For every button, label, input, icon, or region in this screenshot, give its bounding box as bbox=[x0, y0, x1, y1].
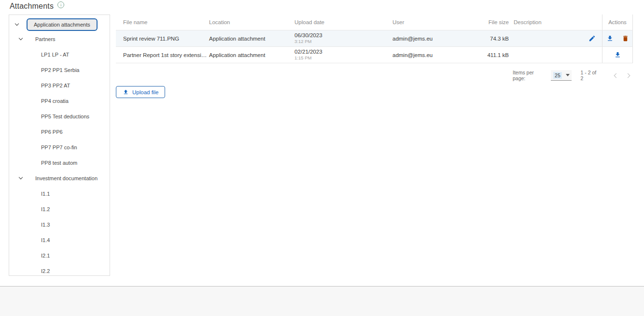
cell-file-size: 74.3 kB bbox=[483, 36, 512, 42]
upload-file-button[interactable]: Upload file bbox=[116, 86, 165, 98]
upload-file-label: Upload file bbox=[132, 89, 158, 95]
cell-file-size: 411.1 kB bbox=[483, 52, 512, 58]
tree-node-label: PP3 PP2 AT bbox=[41, 83, 70, 88]
tree-node-pp5[interactable]: PP5 Test deductions bbox=[9, 109, 110, 124]
header-location: Location bbox=[209, 19, 294, 25]
trash-icon[interactable] bbox=[621, 34, 630, 43]
cell-upload-date: 02/21/2023 1:15 PM bbox=[294, 49, 392, 60]
header-user: User bbox=[392, 19, 483, 25]
tree-node-label: LP1 LP - AT bbox=[41, 52, 69, 57]
tree-node-application-attachments-button[interactable]: Application attachments bbox=[27, 18, 98, 31]
download-icon[interactable] bbox=[605, 34, 614, 43]
tree-node-label: Investment documentation bbox=[35, 175, 98, 181]
tree-node-label: I1.2 bbox=[41, 206, 50, 212]
cell-file-name: Partner Report 1st story extension – Sp.… bbox=[116, 52, 209, 58]
chevron-down-icon[interactable] bbox=[19, 175, 23, 179]
upload-date: 06/30/2023 bbox=[294, 32, 392, 39]
cell-actions bbox=[602, 30, 633, 46]
tree-node-label: I1.1 bbox=[41, 191, 50, 197]
tree-node-label: I1.3 bbox=[41, 222, 50, 228]
header-actions: Actions bbox=[602, 14, 633, 30]
upload-time: 3:12 PM bbox=[294, 39, 392, 44]
caret-down-icon bbox=[566, 74, 570, 76]
tree-node-pp2[interactable]: PP2 PP1 Serbia bbox=[9, 62, 110, 78]
cell-description bbox=[512, 34, 602, 43]
cell-user: admin@jems.eu bbox=[392, 36, 483, 42]
tree-node-label: PP2 PP1 Serbia bbox=[41, 67, 80, 73]
tree-node-i2-2[interactable]: I2.2 bbox=[9, 263, 110, 279]
cell-location: Application attachment bbox=[209, 36, 294, 42]
upload-time: 1:15 PM bbox=[294, 56, 392, 60]
page-size-select[interactable]: 25 bbox=[551, 70, 572, 81]
header-file-size: File size bbox=[483, 19, 512, 25]
download-icon[interactable] bbox=[613, 51, 622, 59]
tree-node-label: I1.4 bbox=[41, 237, 50, 243]
tree-node-investment-documentation[interactable]: Investment documentation bbox=[9, 171, 110, 186]
page-range-label: 1 - 2 of 2 bbox=[580, 70, 600, 81]
chevron-down-icon[interactable] bbox=[19, 36, 23, 40]
tree-node-label: I2.1 bbox=[41, 253, 50, 259]
attachments-table: File name Location Upload date User File… bbox=[116, 14, 633, 63]
tree-node-label: Partners bbox=[35, 36, 56, 42]
table-row: Partner Report 1st story extension – Sp.… bbox=[116, 47, 633, 63]
page-size-value: 25 bbox=[553, 72, 562, 79]
table-row: Sprint review 711.PNG Application attach… bbox=[116, 30, 633, 47]
tree-node-i1-1[interactable]: I1.1 bbox=[9, 186, 110, 201]
upload-icon bbox=[123, 89, 129, 95]
footer-area bbox=[0, 287, 644, 316]
tree-node-label: PP5 Test deductions bbox=[41, 114, 89, 119]
tree-node-pp3[interactable]: PP3 PP2 AT bbox=[9, 78, 110, 93]
tree-node-lp1[interactable]: LP1 LP - AT bbox=[9, 47, 110, 62]
tree-node-i1-4[interactable]: I1.4 bbox=[9, 232, 110, 248]
cell-actions bbox=[602, 47, 633, 63]
header-file-name: File name bbox=[116, 19, 209, 25]
tree-node-label: I2.2 bbox=[41, 268, 50, 274]
tree-node-pp8[interactable]: PP8 test autom bbox=[9, 155, 110, 171]
chevron-left-icon[interactable] bbox=[611, 70, 622, 81]
tree-node-application-attachments[interactable]: Application attachments bbox=[9, 18, 110, 31]
table-header-row: File name Location Upload date User File… bbox=[116, 14, 633, 30]
tree-node-i1-2[interactable]: I1.2 bbox=[9, 201, 110, 217]
chevron-down-icon[interactable] bbox=[15, 22, 19, 26]
tree-node-label: PP4 croatia bbox=[41, 98, 69, 104]
cell-user: admin@jems.eu bbox=[392, 52, 483, 58]
tree-node-label: PP7 PP7 co-fin bbox=[41, 144, 77, 150]
upload-date: 02/21/2023 bbox=[294, 49, 392, 55]
cell-file-name: Sprint review 711.PNG bbox=[116, 36, 209, 42]
tree-node-pp7[interactable]: PP7 PP7 co-fin bbox=[9, 140, 110, 155]
chevron-right-icon[interactable] bbox=[622, 70, 633, 81]
attachments-tree-panel: Application attachments Partners LP1 LP … bbox=[9, 14, 110, 276]
tree-node-partners[interactable]: Partners bbox=[9, 31, 110, 47]
info-icon[interactable]: i bbox=[57, 1, 64, 8]
pencil-icon[interactable] bbox=[588, 34, 596, 43]
page-header: Attachments i bbox=[10, 2, 64, 11]
header-upload-date: Upload date bbox=[294, 19, 392, 25]
header-description: Description bbox=[512, 19, 602, 25]
tree-node-label: PP8 test autom bbox=[41, 160, 77, 166]
tree-node-pp6[interactable]: PP6 PP6 bbox=[9, 124, 110, 140]
items-per-page-label: Items per page: bbox=[513, 70, 547, 81]
tree-node-i1-3[interactable]: I1.3 bbox=[9, 217, 110, 232]
tree-node-i2-1[interactable]: I2.1 bbox=[9, 248, 110, 263]
cell-location: Application attachment bbox=[209, 52, 294, 58]
tree-node-pp4[interactable]: PP4 croatia bbox=[9, 93, 110, 109]
page-title: Attachments bbox=[10, 2, 54, 11]
table-paginator: Items per page: 25 1 - 2 of 2 bbox=[513, 69, 633, 82]
cell-upload-date: 06/30/2023 3:12 PM bbox=[294, 32, 392, 44]
tree-node-label: PP6 PP6 bbox=[41, 129, 63, 135]
